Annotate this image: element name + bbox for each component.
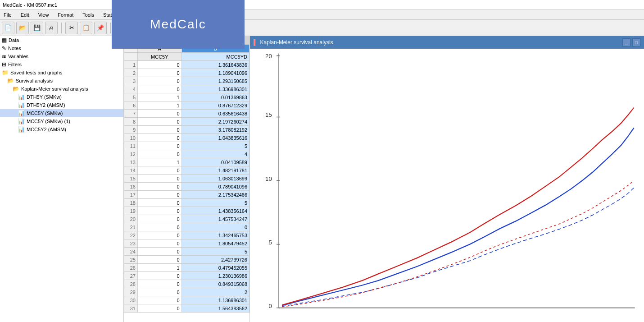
cell-a[interactable]: 0 [138,166,182,175]
row-num-cell: 26 [124,264,138,272]
cell-b[interactable]: 5 [181,199,249,207]
table-row: 2610.479452055 [124,264,249,272]
sidebar-item-mcc5y-smkw-1[interactable]: 📊 MCC5Y (SMKw) (1) [0,117,123,125]
cell-a[interactable]: 0 [138,239,182,248]
save-btn[interactable]: 💾 [31,22,43,34]
cell-a[interactable]: 0 [138,183,182,191]
cell-b[interactable]: 1.564383562 [181,304,249,313]
open-btn[interactable]: 📂 [16,22,29,34]
cell-b[interactable]: 5 [181,142,249,150]
cell-a[interactable]: 1 [138,101,182,110]
cell-a[interactable]: 0 [138,61,182,69]
cell-a[interactable]: 0 [138,231,182,239]
menu-tools[interactable]: Tools [81,11,96,18]
cell-a[interactable]: 1 [138,158,182,166]
cell-a[interactable]: 0 [138,134,182,142]
table-row: 1501.063013699 [124,175,249,183]
cell-a[interactable]: 0 [138,69,182,77]
cell-b[interactable]: 0.635616438 [181,110,249,118]
chart-maximize-btn[interactable]: □ [632,38,640,46]
cell-a[interactable]: 0 [138,191,182,199]
sidebar-item-km-analysis[interactable]: 📂 Kaplan-Meier survival analysis [0,85,123,93]
sidebar-item-survival-analysis[interactable]: 📂 Survival analysis [0,77,123,85]
cell-a[interactable]: 0 [138,150,182,158]
sidebar-item-dth5y2-amsm[interactable]: 📊 DTH5Y2 (AMSM) [0,101,123,109]
sidebar-item-variables[interactable]: ≋ Variables [0,52,123,60]
cell-b[interactable]: 0.479452055 [181,264,249,272]
cell-a[interactable]: 0 [138,256,182,264]
cell-a[interactable]: 0 [138,280,182,288]
cell-b[interactable]: 1.189041096 [181,69,249,77]
cell-b[interactable]: 4 [181,150,249,158]
cell-b[interactable]: 1.342465753 [181,231,249,239]
table-row: 1901.438356164 [124,207,249,215]
cell-a[interactable]: 1 [138,264,182,272]
cell-a[interactable]: 0 [138,248,182,256]
cell-b[interactable]: 0.849315068 [181,280,249,288]
cell-a[interactable]: 0 [138,126,182,134]
cell-b[interactable]: 1.043835616 [181,134,249,142]
row-num-cell: 11 [124,142,138,150]
paste-btn[interactable]: 📌 [94,22,107,34]
cell-b[interactable]: 1.293150685 [181,77,249,85]
cell-b[interactable]: 2.175342466 [181,191,249,199]
table-row: 2100 [124,223,249,231]
sidebar-item-filters[interactable]: ⊞ Filters [0,60,123,69]
cell-b[interactable]: 0 [181,223,249,231]
cell-a[interactable]: 0 [138,272,182,280]
cell-a[interactable]: 0 [138,118,182,126]
cell-a[interactable]: 0 [138,215,182,223]
cell-b[interactable]: 1.136986301 [181,296,249,304]
cell-b[interactable]: 2.197260274 [181,118,249,126]
cell-b[interactable]: 1.230136986 [181,272,249,280]
sidebar-item-data[interactable]: ▦ Data [0,36,123,44]
cell-b[interactable]: 1.063013699 [181,175,249,183]
cell-b[interactable]: 1.457534247 [181,215,249,223]
row-num-cell: 2 [124,69,138,77]
cell-a[interactable]: 0 [138,77,182,85]
menu-view[interactable]: View [36,11,51,18]
menu-edit[interactable]: Edit [19,11,31,18]
cell-b[interactable]: 0.876712329 [181,101,249,110]
cell-a[interactable]: 0 [138,207,182,215]
print-btn[interactable]: 🖨 [45,22,58,34]
spreadsheet[interactable]: A B MCC5Y MCC5YD 101.361643836201.189041… [124,44,249,322]
cell-b[interactable]: 2 [181,288,249,296]
km-icon: 📂 [13,86,19,92]
cell-a[interactable]: 0 [138,288,182,296]
row-num-cell: 8 [124,118,138,126]
cell-b[interactable]: 1.805479452 [181,239,249,248]
cell-a[interactable]: 0 [138,199,182,207]
cell-b[interactable]: 1.482191781 [181,166,249,175]
cell-b[interactable]: 5 [181,248,249,256]
cell-a[interactable]: 0 [138,223,182,231]
cell-b[interactable]: 2.42739726 [181,256,249,264]
cell-a[interactable]: 0 [138,85,182,93]
sidebar-item-mcc5y2-amsm[interactable]: 📊 MCC5Y2 (AMSM) [0,125,123,133]
cell-a[interactable]: 1 [138,93,182,101]
cell-b[interactable]: 0.01369863 [181,93,249,101]
sidebar-item-dth5y-smkw[interactable]: 📊 DTH5Y (SMKw) [0,93,123,101]
cut-btn[interactable]: ✂ [65,22,78,34]
new-btn[interactable]: 📄 [2,22,14,34]
medcalc-label: MedCalc [150,17,206,32]
cell-b[interactable]: 0.04109589 [181,158,249,166]
sidebar-item-saved-tests[interactable]: 📁 Saved tests and graphs [0,69,123,77]
copy-btn[interactable]: 📋 [80,22,92,34]
menu-format[interactable]: Format [56,11,75,18]
table-row: 1401.482191781 [124,166,249,175]
cell-a[interactable]: 0 [138,175,182,183]
cell-a[interactable]: 0 [138,142,182,150]
cell-a[interactable]: 0 [138,296,182,304]
sidebar-item-notes[interactable]: ✎ Notes [0,44,123,52]
cell-a[interactable]: 0 [138,110,182,118]
chart-minimize-btn[interactable]: _ [622,38,630,46]
cell-b[interactable]: 1.336986301 [181,85,249,93]
cell-b[interactable]: 3.178082192 [181,126,249,134]
sidebar-item-mcc5y-smkw[interactable]: 📊 MCC5Y (SMKw) [0,109,123,117]
cell-a[interactable]: 0 [138,304,182,313]
cell-b[interactable]: 1.438356164 [181,207,249,215]
menu-file[interactable]: File [2,11,14,18]
cell-b[interactable]: 0.789041096 [181,183,249,191]
cell-b[interactable]: 1.361643836 [181,61,249,69]
